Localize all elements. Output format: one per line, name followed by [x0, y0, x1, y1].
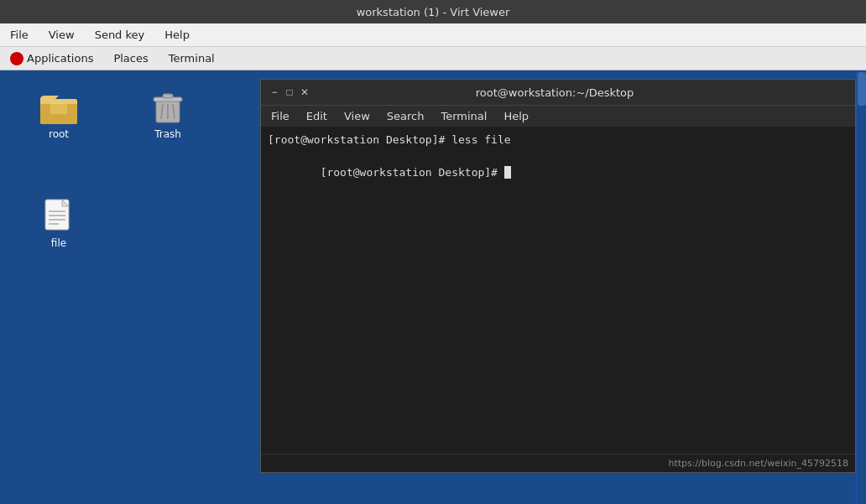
places-label: Places [113, 52, 148, 65]
svg-rect-3 [50, 102, 67, 114]
desktop: root Trash file [0, 70, 866, 504]
term-menu-edit[interactable]: Edit [301, 108, 332, 124]
terminal-footer: https://blog.csdn.net/weixin_45792518 [261, 454, 855, 472]
term-menu-file[interactable]: File [266, 108, 295, 124]
places-menu[interactable]: Places [108, 50, 153, 66]
app-bar: Applications Places Terminal [0, 47, 866, 70]
desktop-icon-trash[interactable]: Trash [134, 87, 201, 141]
terminal-body[interactable]: [root@workstation Desktop]# less file [r… [261, 127, 855, 454]
title-bar: workstation (1) - Virt Viewer [0, 0, 866, 23]
desktop-scrollbar[interactable] [856, 70, 866, 504]
folder-icon [39, 87, 79, 127]
desktop-icon-root[interactable]: root [25, 87, 92, 141]
trash-icon [148, 87, 188, 127]
terminal-footer-url: https://blog.csdn.net/weixin_45792518 [668, 458, 848, 469]
terminal-minimize-button[interactable]: − [268, 86, 281, 99]
term-menu-help[interactable]: Help [498, 108, 534, 124]
terminal-cursor [504, 166, 511, 179]
terminal-window: − □ ✕ root@workstation:~/Desktop File Ed… [260, 79, 856, 473]
menu-help[interactable]: Help [158, 26, 196, 44]
terminal-titlebar: − □ ✕ root@workstation:~/Desktop [261, 80, 855, 105]
terminal-line-1: [root@workstation Desktop]# less file [268, 132, 848, 148]
menu-sendkey[interactable]: Send key [88, 26, 152, 44]
root-icon-label: root [46, 127, 71, 141]
term-menu-search[interactable]: Search [382, 108, 430, 124]
window-title: workstation (1) - Virt Viewer [357, 6, 510, 18]
terminal-window-controls: − □ ✕ [268, 86, 311, 99]
terminal-maximize-button[interactable]: □ [283, 86, 296, 99]
terminal-menubar: File Edit View Search Terminal Help [261, 105, 855, 127]
menu-file[interactable]: File [3, 26, 35, 44]
applications-label: Applications [27, 52, 93, 65]
scrollbar-thumb[interactable] [858, 72, 866, 106]
terminal-close-button[interactable]: ✕ [298, 86, 311, 99]
terminal-title: root@workstation:~/Desktop [311, 86, 798, 99]
redhat-icon [10, 52, 23, 65]
menu-bar: File View Send key Help [0, 23, 866, 47]
terminal-menu[interactable]: Terminal [164, 50, 220, 66]
svg-rect-6 [163, 94, 173, 98]
file-icon [39, 196, 79, 236]
term-menu-view[interactable]: View [339, 108, 375, 124]
file-icon-label: file [49, 236, 69, 250]
trash-icon-label: Trash [152, 127, 184, 141]
menu-view[interactable]: View [42, 26, 81, 44]
terminal-label: Terminal [169, 52, 215, 65]
term-menu-terminal[interactable]: Terminal [436, 108, 492, 124]
terminal-line-2: [root@workstation Desktop]# [268, 148, 848, 198]
applications-menu[interactable]: Applications [5, 50, 98, 67]
desktop-icon-file[interactable]: file [25, 196, 92, 250]
